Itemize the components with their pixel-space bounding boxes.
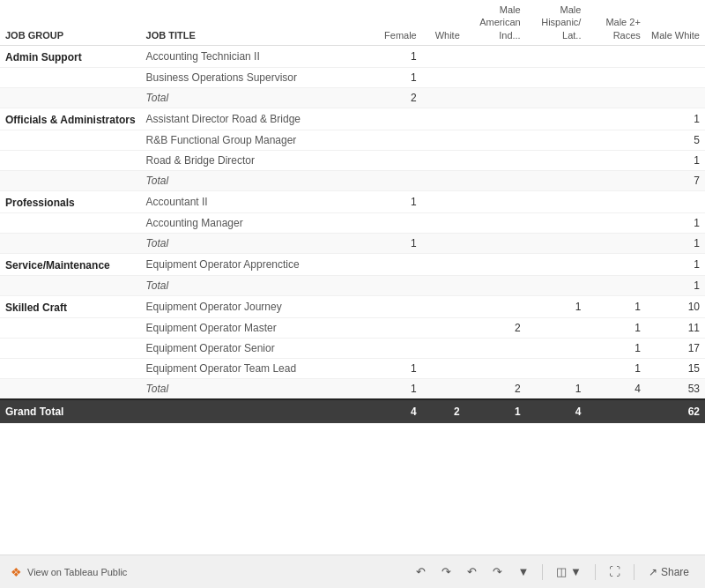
cell-male_white: 1 [646,253,705,275]
cell-male_ai [465,130,526,150]
cell-male_hisp [526,170,587,190]
cell-job-group [0,338,141,358]
cell-job-title: Total [141,275,370,295]
col-header-male-ai: MaleAmerican Ind... [465,0,526,45]
download-button[interactable]: ◫ ▼ [552,562,585,581]
grand-total-female: 4 [370,399,422,423]
cell-male_white: 7 [646,170,705,190]
cell-male_2r: 1 [586,295,645,317]
cell-job-group [0,275,141,295]
cell-male_hisp [526,87,587,108]
cell-job-title: Accounting Technician II [141,45,370,67]
cell-female: 1 [370,378,422,399]
cell-job-title: Assistant Director Road & Bridge [141,108,370,130]
col-header-male-hisp: MaleHispanic/ Lat.. [526,0,587,45]
cell-male_white: 1 [646,212,705,233]
cell-male_white: 15 [646,358,705,378]
cell-male_ai: 2 [465,378,526,399]
cell-job-title: Road & Bridge Director [141,150,370,170]
table-row: Admin SupportAccounting Technician II1 [0,45,705,67]
table-row: Total121453 [0,378,705,399]
cell-white [422,253,465,275]
cell-female [370,338,422,358]
forward-button[interactable]: ↷ [488,562,507,581]
cell-male_hisp [526,253,587,275]
cell-male_hisp: 1 [526,378,587,399]
fullscreen-button[interactable]: ⛶ [605,562,625,581]
cell-job-group [0,67,141,87]
grand-total-male-hisp: 4 [526,399,587,423]
more-button[interactable]: ▼ [514,562,534,581]
cell-male_ai [465,275,526,295]
cell-male_2r [586,87,645,108]
tableau-icon: ❖ [11,565,22,579]
cell-male_white: 10 [646,295,705,317]
cell-female: 1 [370,233,422,253]
redo-button[interactable]: ↷ [437,562,456,581]
cell-male_hisp [526,317,587,338]
cell-male_2r [586,150,645,170]
cell-female: 2 [370,87,422,108]
cell-male_hisp [526,130,587,150]
cell-male_ai [465,233,526,253]
cell-male_white: 17 [646,338,705,358]
grand-total-male-ai: 1 [465,399,526,423]
table-wrapper: JOB GROUP JOB TITLE Female White MaleAme… [0,0,705,555]
cell-male_ai [465,45,526,67]
data-table: JOB GROUP JOB TITLE Female White MaleAme… [0,0,705,423]
tableau-public-link[interactable]: View on Tableau Public [27,567,127,577]
cell-male_2r: 1 [586,358,645,378]
cell-female: 1 [370,67,422,87]
footer-left: ❖ View on Tableau Public [11,565,127,579]
table-body: Admin SupportAccounting Technician II1Bu… [0,45,705,399]
cell-job-group [0,150,141,170]
cell-male_hisp [526,233,587,253]
cell-job-group: Officials & Administrators [0,108,141,130]
cell-job-title: Equipment Operator Master [141,317,370,338]
table-row: Business Operations Supervisor1 [0,67,705,87]
grand-total-row: Grand Total 4 2 1 4 62 [0,399,705,423]
cell-male_white: 1 [646,108,705,130]
cell-job-title: R&B Functional Group Manager [141,130,370,150]
table-row: Total11 [0,233,705,253]
cell-male_hisp [526,67,587,87]
cell-male_hisp [526,212,587,233]
cell-male_hisp [526,275,587,295]
cell-job-title: Total [141,87,370,108]
cell-job-group [0,87,141,108]
cell-job-title: Total [141,170,370,190]
main-container: JOB GROUP JOB TITLE Female White MaleAme… [0,0,705,588]
table-row: Total7 [0,170,705,190]
cell-white [422,67,465,87]
cell-job-group [0,130,141,150]
cell-white [422,108,465,130]
back-button[interactable]: ↶ [463,562,481,581]
cell-male_white [646,45,705,67]
cell-male_ai [465,338,526,358]
cell-job-group [0,317,141,338]
cell-female [370,150,422,170]
cell-job-title: Business Operations Supervisor [141,67,370,87]
cell-male_2r [586,170,645,190]
table-row: Accounting Manager1 [0,212,705,233]
cell-male_2r: 1 [586,317,645,338]
cell-male_2r [586,212,645,233]
cell-job-group: Service/Maintenance [0,253,141,275]
cell-job-group: Skilled Craft [0,295,141,317]
cell-female: 1 [370,190,422,212]
grand-total-male-2r [586,399,645,423]
cell-white [422,358,465,378]
cell-male_hisp [526,108,587,130]
cell-white [422,87,465,108]
cell-white [422,212,465,233]
cell-male_2r: 4 [586,378,645,399]
undo-button[interactable]: ↶ [412,562,430,581]
cell-male_2r [586,253,645,275]
cell-female [370,275,422,295]
cell-male_2r [586,190,645,212]
cell-job-group [0,233,141,253]
cell-job-group: Professionals [0,190,141,212]
cell-male_hisp [526,150,587,170]
share-button[interactable]: ↗ Share [643,563,694,581]
cell-white [422,130,465,150]
